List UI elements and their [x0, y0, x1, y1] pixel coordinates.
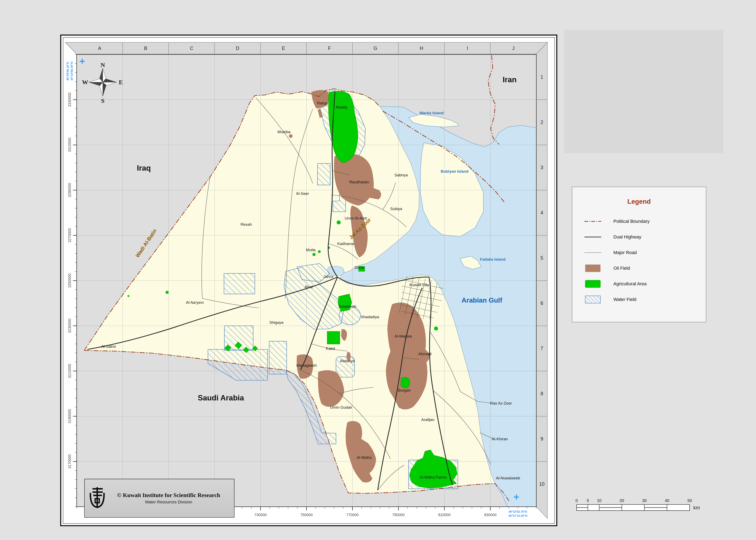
map-label-kuwait-city: Kuwait City	[409, 283, 429, 287]
grid-column-F: F	[328, 46, 331, 51]
grid-row-3: 3	[541, 165, 543, 170]
map-label-al-seer: Al-Seer	[296, 192, 309, 196]
map-label-ahmadi: Ahmadi	[418, 352, 432, 356]
grid-column-E: E	[282, 46, 285, 51]
x-axis-label: 770000	[346, 513, 359, 517]
y-axis-label: 3270000	[67, 228, 72, 242]
grid-column-D: D	[236, 46, 239, 51]
map-label-abdaly: Abdaly	[336, 105, 348, 109]
legend-item-label: Agricultural Area	[613, 281, 646, 287]
map-label-doha: Doha	[355, 265, 364, 270]
map-label-atraf: Atraf	[304, 285, 313, 289]
credit-box: © Kuwait Institute for Scientific Resear…	[84, 479, 235, 518]
scalebar-tick-label: 40	[665, 498, 669, 503]
legend-panel: Legend Political BoundaryDual HighwayMaj…	[572, 187, 706, 322]
agri-swatch-icon	[572, 279, 613, 288]
y-axis-label: 3290000	[67, 183, 72, 197]
x-axis-label: 810000	[438, 513, 451, 517]
map-label-kabd: Kabd	[326, 346, 335, 351]
scale-bar: 051020304050km	[573, 497, 717, 520]
scalebar-unit: km	[693, 505, 700, 510]
map-label-rexah: Rexah	[241, 222, 252, 226]
map-label-raudhatain: Raudhatain	[349, 180, 369, 184]
svg-text:28°27'10.30"N: 28°27'10.30"N	[508, 514, 527, 517]
x-axis-label: 750000	[300, 513, 313, 517]
boundary-swatch-icon	[572, 217, 613, 226]
legend-item-dual-highway: Dual Highway	[572, 229, 706, 245]
credit-line2: Water Resources Division	[110, 500, 228, 504]
oil-swatch-icon	[572, 264, 613, 273]
grid-column-B: B	[144, 46, 147, 51]
map-label-al-magwa: Al-Magwa	[394, 334, 412, 338]
map-label-burgan: Burgan	[398, 388, 411, 392]
map-label-saudi-arabia: Saudi Arabia	[198, 394, 244, 402]
map-label-kadhama: Kadhama	[337, 241, 354, 246]
legend-item-label: Water Field	[613, 297, 636, 302]
grid-column-J: J	[512, 46, 514, 51]
grid-row-9: 9	[541, 436, 543, 442]
legend-item-boundary: Political Boundary	[572, 213, 706, 229]
svg-text:46°35'06.18"E: 46°35'06.18"E	[66, 62, 69, 80]
grid-column-I: I	[467, 46, 468, 51]
scalebar-tick-label: 10	[597, 498, 601, 503]
map-label-araifjan: Araifjan	[421, 418, 434, 422]
legend-item-label: Political Boundary	[613, 219, 650, 224]
map-label-shadadiya: Shadadiya	[361, 315, 379, 319]
map-label-manageesh: Manageesh	[296, 363, 317, 367]
map-label-mutriba: Mutriba	[277, 130, 290, 134]
y-axis-label: 3330000	[67, 92, 72, 107]
scalebar-tick-label: 30	[642, 498, 647, 503]
compass-s: S	[101, 97, 105, 104]
x-axis-label: 790000	[392, 513, 405, 517]
y-axis-label: 3210000	[67, 364, 72, 378]
map-label-al-wafra: Al-Wafra	[357, 455, 372, 460]
scalebar-tick-label: 20	[619, 498, 624, 503]
grid-column-C: C	[190, 46, 193, 51]
x-axis-label: 830000	[484, 513, 496, 517]
map-label-umm-gudair: Umm Gudair	[330, 405, 352, 409]
legend-item-water: Water Field	[572, 292, 706, 307]
x-axis-label: 730000	[255, 513, 267, 517]
scalebar-tick-label: 0	[575, 498, 578, 503]
map-label-shigaya: Shigaya	[270, 320, 283, 325]
map-label-subiya: Subiya	[390, 206, 402, 211]
legend-item-label: Major Road	[613, 250, 637, 255]
legend-item-oil: Oil Field	[572, 260, 706, 276]
grid-row-4: 4	[541, 210, 543, 215]
corner-coords-bottom-right: 48°32'52.76"E 28°27'10.30"N	[508, 510, 527, 517]
map-label-al-khiran: Al-Khiran	[492, 437, 508, 441]
y-axis-label: 3250000	[67, 273, 72, 288]
y-axis-label: 3190000	[67, 409, 72, 423]
map-label-warba-island: Warba Island	[419, 111, 444, 115]
grid-column-A: A	[98, 46, 101, 51]
map-label-iraq: Iraq	[137, 164, 151, 172]
corner-coords-top-left: 46°35'06.18"E 30°14'58.35"N	[66, 62, 73, 80]
grid-row-10: 10	[539, 481, 545, 487]
legend-items: Political BoundaryDual HighwayMajor Road…	[572, 213, 706, 307]
grid-row-5: 5	[541, 255, 543, 261]
y-axis-label: 3230000	[67, 319, 72, 333]
scalebar-tick-label: 5	[587, 498, 589, 503]
map-label-failaka-island: Failaka Island	[480, 257, 506, 261]
water-swatch-icon	[572, 295, 613, 304]
dual-highway-swatch-icon	[572, 232, 613, 241]
grid-column-G: G	[374, 46, 377, 51]
legend-item-label: Dual Highway	[613, 234, 641, 240]
map-label-abdaliya: Abdaliya	[340, 359, 355, 363]
kisr-logo	[85, 486, 110, 511]
grid-row-7: 7	[541, 346, 543, 351]
grid-row-1: 1	[541, 74, 543, 80]
map-label-arabian-gulf: Arabian Gulf	[462, 296, 502, 304]
map-label-jahra: Jahra	[323, 274, 333, 279]
map-label-sabriya: Sabriya	[394, 173, 408, 177]
map-label-ras-az-zoor: Ras Az-Zoor	[490, 401, 512, 405]
legend-item-label: Oil Field	[613, 266, 630, 271]
legend-title: Legend	[572, 198, 706, 205]
grid-row-2: 2	[541, 120, 543, 125]
svg-text:30°14'58.35"N: 30°14'58.35"N	[70, 62, 73, 80]
legend-item-major-road: Major Road	[572, 245, 706, 260]
map-label-al-salmi: Al-Salmi	[101, 344, 116, 348]
map-label-sulaibiyah: Sulaibiyah	[338, 304, 356, 309]
scalebar-tick-label: 50	[687, 498, 692, 503]
map-sheet: IraqIranSaudi ArabiaArabian GulfWarba Is…	[0, 0, 756, 540]
